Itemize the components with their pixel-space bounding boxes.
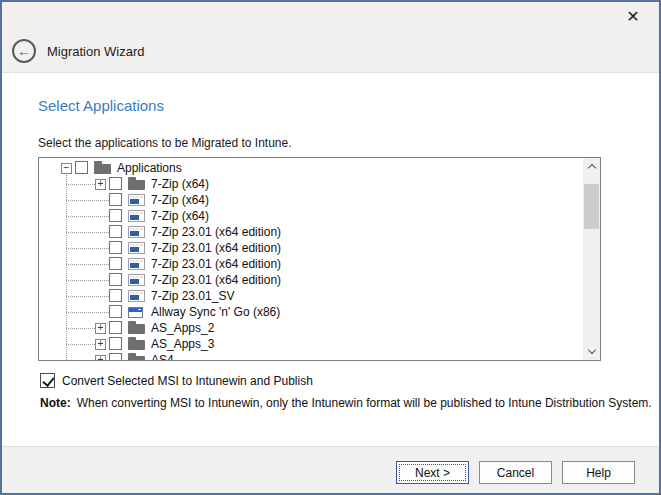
- tree-item[interactable]: +AS4: [39, 352, 583, 360]
- close-button[interactable]: ✕: [621, 6, 645, 28]
- tree-item[interactable]: −Applications: [39, 160, 583, 176]
- expand-plus-icon[interactable]: +: [95, 339, 106, 350]
- tree-item-checkbox[interactable]: [109, 305, 122, 318]
- tree-item-label[interactable]: 7-Zip (x64): [151, 208, 209, 224]
- scrollbar-thumb[interactable]: [584, 184, 599, 229]
- note-prefix: Note:: [40, 396, 71, 410]
- tree-item-checkbox[interactable]: [109, 225, 122, 238]
- tree-connector-stub: [66, 344, 95, 345]
- msi-icon: [128, 258, 145, 270]
- expand-plus-icon[interactable]: +: [95, 323, 106, 334]
- tree-item-checkbox[interactable]: [109, 353, 122, 360]
- tree-item[interactable]: 7-Zip 23.01 (x64 edition): [39, 272, 583, 288]
- convert-msi-row[interactable]: Convert Selected MSI to Intunewin and Pu…: [40, 373, 313, 388]
- tree-item[interactable]: +AS_Apps_3: [39, 336, 583, 352]
- msi-icon: [128, 210, 145, 222]
- collapse-minus-icon[interactable]: −: [61, 163, 72, 174]
- folder-icon: [128, 340, 145, 350]
- chevron-down-icon: [587, 346, 595, 354]
- tree-item-label[interactable]: 7-Zip (x64): [151, 192, 209, 208]
- tree-connector-stub: [66, 200, 109, 201]
- msi-icon: [128, 226, 145, 238]
- tree-item-checkbox[interactable]: [109, 289, 122, 302]
- tree-connector-stub: [66, 280, 109, 281]
- migration-wizard-dialog: ✕ ← Migration Wizard Select Applications…: [0, 0, 661, 495]
- tree-connector-stub: [66, 216, 109, 217]
- tree-item-checkbox[interactable]: [109, 321, 122, 334]
- close-icon: ✕: [626, 9, 639, 25]
- tree-item-checkbox[interactable]: [109, 193, 122, 206]
- note-text: Note:When converting MSI to Intunewin, o…: [40, 396, 652, 410]
- tree-connector-stub: [66, 296, 109, 297]
- instruction-label: Select the applications to be Migrated t…: [38, 136, 292, 150]
- tree-connector-stub: [66, 312, 109, 313]
- tree-item-checkbox[interactable]: [109, 337, 122, 350]
- back-button[interactable]: ←: [12, 39, 36, 63]
- msi-icon: [128, 242, 145, 254]
- tree-item-label[interactable]: 7-Zip 23.01_SV: [151, 288, 234, 304]
- tree-connector-stub: [66, 184, 95, 185]
- tree-item[interactable]: 7-Zip 23.01 (x64 edition): [39, 256, 583, 272]
- tree-item[interactable]: 7-Zip 23.01 (x64 edition): [39, 240, 583, 256]
- scroll-up-button[interactable]: [583, 158, 600, 174]
- tree-item-label[interactable]: 7-Zip 23.01 (x64 edition): [151, 272, 281, 288]
- tree-connector-stub: [66, 232, 109, 233]
- tree-scrollbar[interactable]: [583, 158, 600, 360]
- tree-item[interactable]: 7-Zip (x64): [39, 192, 583, 208]
- help-button[interactable]: Help: [562, 461, 635, 484]
- msi-icon: [128, 194, 145, 206]
- folder-icon: [128, 180, 145, 190]
- tree-item-checkbox[interactable]: [109, 241, 122, 254]
- convert-msi-label[interactable]: Convert Selected MSI to Intunewin and Pu…: [62, 374, 313, 388]
- msi-icon: [128, 290, 145, 302]
- tree-item-label[interactable]: AS_Apps_2: [151, 320, 214, 336]
- tree-item-checkbox[interactable]: [109, 177, 122, 190]
- applications-tree[interactable]: −Applications+7-Zip (x64)7-Zip (x64)7-Zi…: [38, 157, 601, 361]
- footer-bar: Next > Cancel Help: [2, 446, 659, 493]
- tree-item[interactable]: +7-Zip (x64): [39, 176, 583, 192]
- tree-item-checkbox[interactable]: [75, 161, 88, 174]
- titlebar[interactable]: ✕: [2, 2, 659, 30]
- next-button[interactable]: Next >: [396, 461, 469, 484]
- expand-plus-icon[interactable]: +: [95, 355, 106, 360]
- tree-item-label[interactable]: 7-Zip (x64): [151, 176, 209, 192]
- applications-tree-rows: −Applications+7-Zip (x64)7-Zip (x64)7-Zi…: [39, 158, 583, 360]
- tree-item-checkbox[interactable]: [109, 273, 122, 286]
- tree-item-checkbox[interactable]: [109, 209, 122, 222]
- cancel-button[interactable]: Cancel: [479, 461, 552, 484]
- tree-connector-stub: [66, 328, 95, 329]
- tree-item-label[interactable]: AS_Apps_3: [151, 336, 214, 352]
- chevron-up-icon: [587, 164, 595, 172]
- app-icon: [128, 307, 143, 318]
- tree-item[interactable]: Allway Sync 'n' Go (x86): [39, 304, 583, 320]
- folder-icon: [128, 324, 145, 334]
- tree-item[interactable]: 7-Zip 23.01 (x64 edition): [39, 224, 583, 240]
- tree-connector-stub: [66, 264, 109, 265]
- scroll-down-button[interactable]: [583, 344, 600, 360]
- tree-item-label[interactable]: 7-Zip 23.01 (x64 edition): [151, 240, 281, 256]
- tree-item[interactable]: 7-Zip (x64): [39, 208, 583, 224]
- folder-icon: [94, 164, 111, 174]
- tree-connector-stub: [66, 248, 109, 249]
- tree-item[interactable]: 7-Zip 23.01_SV: [39, 288, 583, 304]
- convert-msi-checkbox[interactable]: [40, 373, 55, 388]
- tree-item-checkbox[interactable]: [109, 257, 122, 270]
- page-title: Select Applications: [38, 97, 164, 114]
- tree-item[interactable]: +AS_Apps_2: [39, 320, 583, 336]
- tree-item-label[interactable]: Applications: [117, 160, 182, 176]
- folder-icon: [128, 356, 145, 360]
- wizard-title: Migration Wizard: [47, 44, 145, 59]
- tree-item-label[interactable]: AS4: [151, 352, 174, 360]
- expand-plus-icon[interactable]: +: [95, 179, 106, 190]
- tree-item-label[interactable]: 7-Zip 23.01 (x64 edition): [151, 256, 281, 272]
- back-arrow-icon: ←: [17, 44, 31, 58]
- tree-item-label[interactable]: Allway Sync 'n' Go (x86): [151, 304, 280, 320]
- note-body: When converting MSI to Intunewin, only t…: [77, 396, 652, 410]
- wizard-header: ← Migration Wizard: [2, 30, 659, 73]
- tree-item-label[interactable]: 7-Zip 23.01 (x64 edition): [151, 224, 281, 240]
- msi-icon: [128, 274, 145, 286]
